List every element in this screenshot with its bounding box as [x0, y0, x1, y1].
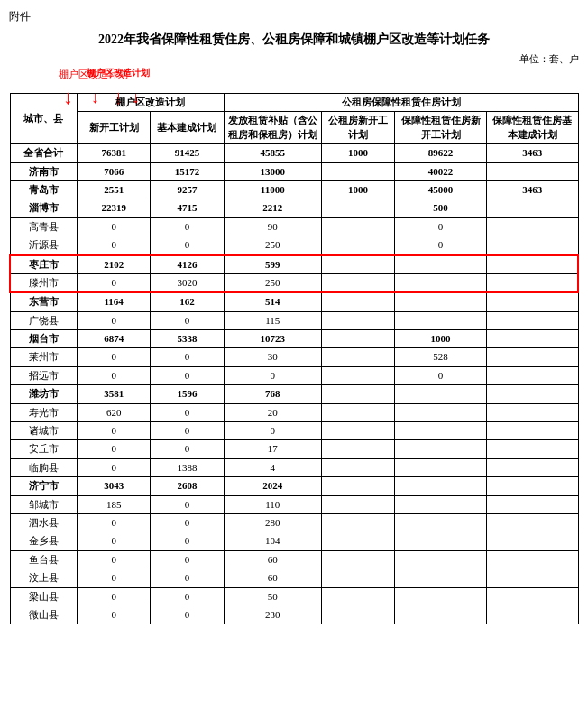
data-cell: 1388	[151, 458, 224, 476]
table-row: 汶上县0060	[10, 569, 578, 587]
data-cell: 5338	[151, 330, 224, 348]
penghu-new-header: 新开工计划	[78, 112, 151, 144]
data-cell: 4126	[151, 255, 224, 274]
data-cell	[321, 366, 394, 384]
data-cell: 250	[224, 273, 321, 292]
city-cell: 东营市	[10, 292, 78, 311]
table-row: 广饶县00115	[10, 311, 578, 329]
header-row-1: 城市、县 棚户区改造计划 棚户区改造计划 ↓ ↓ 公租房保障性租赁住房计划	[10, 94, 578, 112]
penghu-group-header: 棚户区改造计划 棚户区改造计划 ↓ ↓	[78, 94, 225, 112]
data-cell: 10723	[224, 330, 321, 348]
data-cell: 0	[151, 311, 224, 329]
table-row: 招远市0000	[10, 366, 578, 384]
data-cell: 599	[224, 255, 321, 274]
table-row: 微山县00230	[10, 606, 578, 624]
data-cell: 768	[224, 385, 321, 403]
table-row: 滕州市03020250	[10, 273, 578, 292]
data-cell: 3463	[486, 144, 578, 162]
table-row: 济宁市304326082024	[10, 477, 578, 495]
data-cell	[395, 606, 487, 624]
city-cell: 临朐县	[10, 458, 78, 476]
data-cell	[395, 273, 487, 292]
city-cell: 微山县	[10, 606, 78, 624]
data-cell	[321, 587, 394, 606]
data-cell: 0	[151, 422, 224, 440]
data-cell	[486, 606, 578, 624]
data-cell: 185	[78, 495, 151, 513]
data-cell: 7066	[78, 162, 151, 180]
city-cell: 沂源县	[10, 236, 78, 255]
data-cell: 1000	[321, 180, 394, 199]
city-cell: 汶上县	[10, 569, 78, 587]
table-row: 寿光市620020	[10, 403, 578, 421]
data-cell: 9257	[151, 180, 224, 199]
data-cell	[321, 348, 394, 366]
data-cell: 0	[395, 217, 487, 236]
data-cell: 1000	[321, 144, 394, 162]
data-cell: 90	[224, 217, 321, 236]
city-cell: 潍坊市	[10, 385, 78, 403]
data-cell	[321, 550, 394, 569]
data-cell: 89622	[395, 144, 487, 162]
data-cell: 0	[151, 366, 224, 384]
data-cell: 3463	[486, 180, 578, 199]
table-row: 沂源县002500	[10, 236, 578, 255]
data-cell	[395, 495, 487, 513]
data-cell: 2608	[151, 477, 224, 495]
city-cell: 淄博市	[10, 199, 78, 217]
data-cell: 0	[151, 513, 224, 532]
data-cell: 4715	[151, 199, 224, 217]
table-row: 枣庄市21024126599	[10, 255, 578, 274]
unit-row: 单位：套、户	[9, 52, 579, 66]
table-row: 临朐县013884	[10, 458, 578, 476]
city-cell: 梁山县	[10, 587, 78, 606]
data-cell: 0	[151, 532, 224, 550]
city-cell: 金乡县	[10, 532, 78, 550]
data-cell: 0	[78, 217, 151, 236]
data-cell	[395, 311, 487, 329]
data-cell: 0	[151, 348, 224, 366]
city-header: 城市、县	[10, 94, 78, 144]
data-cell: 3020	[151, 273, 224, 292]
data-cell	[395, 458, 487, 476]
table-row: 金乡县00104	[10, 532, 578, 550]
data-cell: 11000	[224, 180, 321, 199]
data-cell	[321, 236, 394, 255]
data-cell: 0	[78, 273, 151, 292]
table-row: 潍坊市35811596768	[10, 385, 578, 403]
main-title: 2022年我省保障性租赁住房、公租房保障和城镇棚户区改造等计划任务	[9, 30, 579, 49]
data-cell	[321, 292, 394, 311]
table-row: 全省合计7638191425458551000896223463	[10, 144, 578, 162]
city-cell: 广饶县	[10, 311, 78, 329]
data-cell: 0	[224, 422, 321, 440]
city-cell: 青岛市	[10, 180, 78, 199]
data-cell	[486, 348, 578, 366]
data-cell	[321, 606, 394, 624]
data-cell: 2551	[78, 180, 151, 199]
data-cell: 15172	[151, 162, 224, 180]
city-cell: 诸城市	[10, 422, 78, 440]
data-cell	[486, 273, 578, 292]
data-cell	[321, 422, 394, 440]
data-cell	[321, 569, 394, 587]
data-cell	[486, 440, 578, 458]
table-row: 梁山县0050	[10, 587, 578, 606]
data-cell: 1164	[78, 292, 151, 311]
data-cell: 2212	[224, 199, 321, 217]
city-cell: 寿光市	[10, 403, 78, 421]
data-cell: 0	[151, 606, 224, 624]
data-cell: 76381	[78, 144, 151, 162]
data-cell: 20	[224, 403, 321, 421]
data-cell: 0	[78, 422, 151, 440]
table-row: 青岛市25519257110001000450003463	[10, 180, 578, 199]
data-cell: 0	[151, 217, 224, 236]
city-cell: 邹城市	[10, 495, 78, 513]
table-row: 东营市1164162514	[10, 292, 578, 311]
city-cell: 高青县	[10, 217, 78, 236]
table-row: 泗水县00280	[10, 513, 578, 532]
data-cell: 45000	[395, 180, 487, 199]
data-cell	[395, 477, 487, 495]
data-cell: 91425	[151, 144, 224, 162]
table-row: 诸城市000	[10, 422, 578, 440]
data-cell: 0	[78, 550, 151, 569]
